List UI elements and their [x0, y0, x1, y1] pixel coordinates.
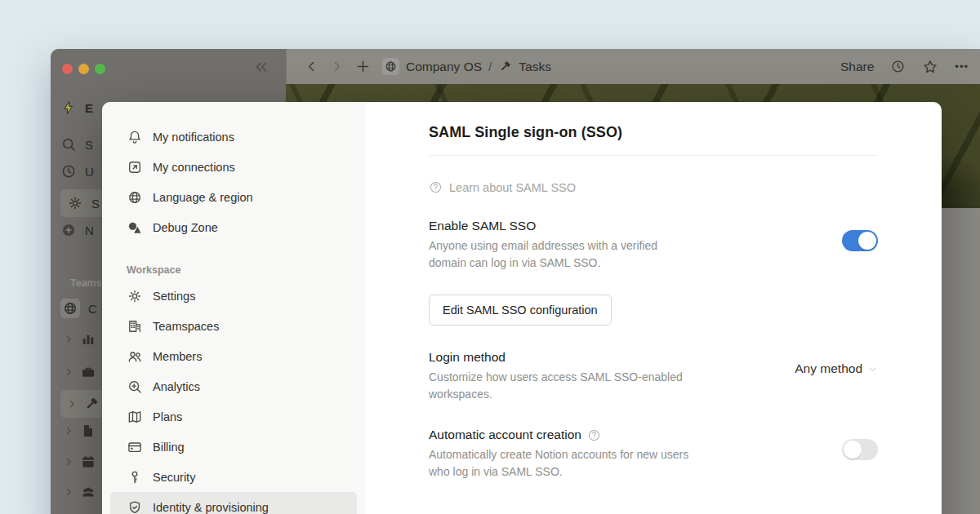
edit-saml-config-button[interactable]: Edit SAML SSO configuration [429, 295, 612, 326]
magnifier-plus-icon [127, 379, 143, 395]
hammer-icon [83, 396, 100, 412]
learn-about-saml-link[interactable]: Learn about SAML SSO [429, 180, 878, 194]
settings-nav-settings[interactable]: Settings [110, 281, 357, 311]
sidebar-item-search[interactable]: S [60, 136, 93, 153]
chevron-right-icon [67, 399, 77, 409]
hammer-icon [498, 60, 512, 73]
settings-dialog: My notifications My connections Language… [102, 102, 942, 514]
close-window-button[interactable] [62, 64, 73, 74]
question-circle-icon[interactable] [587, 428, 601, 442]
settings-nav-my-connections[interactable]: My connections [110, 152, 357, 182]
new-tab-icon[interactable] [355, 59, 371, 74]
breadcrumb-page[interactable]: Tasks [519, 60, 551, 74]
auto-account-description: Automatically create Notion accounts for… [429, 446, 692, 481]
app-window: E S U S N Teams C [51, 49, 980, 514]
settings-nav-language-region[interactable]: Language & region [110, 182, 357, 212]
login-method-heading: Login method [429, 350, 692, 365]
credit-card-icon [127, 439, 143, 455]
toggle-knob [858, 232, 876, 250]
setting-row-login-method: Login method Customize how users access … [429, 350, 878, 403]
title-divider [429, 155, 878, 156]
login-method-value: Any method [795, 361, 862, 376]
settings-sidebar: My notifications My connections Language… [102, 102, 365, 514]
chevron-right-icon [64, 457, 74, 467]
lightning-icon [60, 100, 77, 116]
chevron-down-icon [867, 364, 878, 374]
search-icon [60, 136, 77, 153]
arrow-up-right-box-icon [127, 159, 143, 175]
enable-saml-description: Anyone using email addresses with a veri… [429, 237, 692, 272]
share-button[interactable]: Share [840, 60, 874, 74]
toggle-knob [844, 441, 862, 459]
settings-content: SAML Single sign-on (SSO) Learn about SA… [365, 102, 942, 514]
settings-section-workspace: Workspace [127, 264, 357, 276]
history-clock-icon[interactable] [890, 59, 906, 74]
workspace-globe-icon [382, 58, 399, 75]
people-icon [127, 348, 143, 365]
shapes-icon [127, 219, 143, 236]
calendar-icon [80, 454, 96, 470]
page-title: SAML Single sign-on (SSO) [429, 124, 878, 141]
minimize-window-button[interactable] [78, 64, 89, 74]
gear-icon [127, 288, 143, 304]
login-method-description: Customize how users access SAML SSO-enab… [429, 369, 692, 403]
settings-nav-security[interactable]: Security [110, 462, 357, 492]
bell-icon [127, 129, 143, 145]
teamspace-globe-icon [60, 299, 80, 318]
settings-nav-identity-provisioning[interactable]: Identity & provisioning [110, 492, 357, 514]
chevron-right-icon [64, 335, 74, 344]
breadcrumb-workspace[interactable]: Company OS [406, 60, 482, 74]
map-icon [127, 409, 143, 425]
auto-account-heading: Automatic account creation [429, 428, 581, 442]
settings-nav-analytics[interactable]: Analytics [110, 371, 357, 401]
topbar: Company OS / Tasks Share ••• [286, 49, 980, 84]
key-icon [127, 469, 143, 485]
chevron-right-icon [64, 367, 74, 377]
auto-account-toggle[interactable] [842, 439, 878, 460]
question-circle-icon [429, 180, 443, 194]
settings-nav-debug-zone[interactable]: Debug Zone [110, 212, 357, 242]
briefcase-icon [80, 364, 96, 380]
enable-saml-toggle[interactable] [842, 230, 878, 251]
settings-nav-my-notifications[interactable]: My notifications [110, 122, 357, 152]
sidebar-item-new-page[interactable]: N [60, 222, 94, 238]
breadcrumb-separator: / [488, 60, 492, 74]
breadcrumb: Company OS / Tasks [382, 58, 551, 75]
gear-icon [67, 195, 83, 211]
sidebar-item-teamspace[interactable]: C [60, 299, 97, 318]
bar-chart-icon [80, 331, 96, 348]
settings-nav-members[interactable]: Members [110, 341, 357, 371]
page-icon [80, 423, 96, 439]
chevron-right-icon [64, 487, 74, 497]
clock-icon [60, 163, 77, 179]
setting-row-auto-account-creation: Automatic account creation Automatically… [429, 428, 878, 481]
shield-check-icon [127, 499, 143, 514]
nav-forward-icon[interactable] [330, 60, 344, 73]
setting-row-enable-saml: Enable SAML SSO Anyone using email addre… [429, 219, 878, 272]
sidebar-item-updates[interactable]: U [60, 163, 94, 179]
sidebar-workspace-switcher[interactable]: E [60, 100, 93, 116]
people-group-icon [80, 484, 96, 500]
more-options-button[interactable]: ••• [955, 60, 969, 73]
zoom-window-button[interactable] [95, 64, 105, 74]
sidebar-page-docs[interactable] [64, 423, 96, 439]
favorite-star-icon[interactable] [922, 59, 938, 75]
workspace-name: E [85, 101, 93, 115]
sidebar-page-team-directory[interactable] [64, 484, 96, 500]
login-method-dropdown[interactable]: Any method [795, 352, 878, 376]
settings-nav-teamspaces[interactable]: Teamspaces [110, 311, 357, 341]
chevron-right-icon [64, 426, 74, 436]
sidebar-collapse-icon[interactable] [252, 58, 270, 79]
nav-back-icon[interactable] [305, 60, 318, 73]
settings-nav-billing[interactable]: Billing [110, 432, 357, 462]
building-icon [127, 318, 143, 335]
sidebar-page-analytics[interactable] [64, 331, 96, 348]
sidebar-page-toolbox[interactable] [64, 364, 96, 380]
sidebar-page-calendar[interactable] [64, 454, 96, 470]
enable-saml-heading: Enable SAML SSO [429, 219, 692, 233]
globe-icon [127, 189, 143, 206]
settings-nav-plans[interactable]: Plans [110, 401, 357, 432]
sidebar-section-teamspaces: Teams [70, 277, 102, 289]
plus-circle-icon [60, 222, 77, 238]
traffic-lights [62, 64, 105, 74]
